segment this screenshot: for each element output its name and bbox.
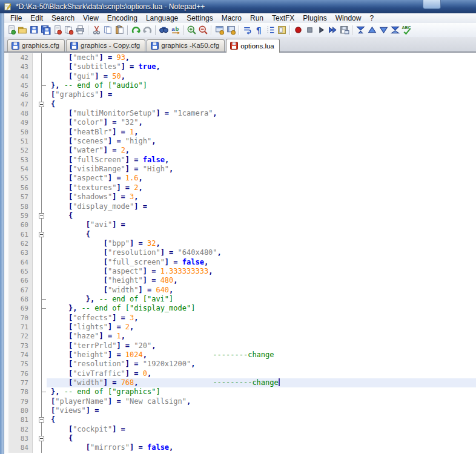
bookmark-margin[interactable]	[4, 267, 8, 276]
bookmark-margin[interactable]	[4, 406, 8, 415]
bookmark-margin[interactable]	[4, 378, 8, 387]
zoom-out-button[interactable]	[197, 24, 209, 36]
bookmark-margin[interactable]	[4, 128, 8, 137]
code-text[interactable]: ["visibRange"] = "High",	[47, 165, 476, 174]
code-text[interactable]: ["terrPrld"] = "20",	[47, 341, 476, 350]
fold-collapse-box[interactable]	[39, 213, 44, 219]
fold-collapse-box[interactable]	[39, 102, 44, 107]
bookmark-margin[interactable]	[4, 118, 8, 127]
bookmark-margin[interactable]	[4, 165, 8, 174]
find-button[interactable]	[158, 24, 170, 36]
code-text[interactable]: }, -- end of ["audio"]	[47, 81, 476, 90]
code-text[interactable]: ["width"] = 768, ---------change	[47, 378, 476, 387]
code-line-74[interactable]: 74 ["height"] = 1024, --------change	[4, 350, 476, 360]
code-line-77[interactable]: 77 ["width"] = 768, ---------change	[4, 378, 476, 387]
menu-item-help[interactable]: ?	[365, 13, 378, 23]
code-line-49[interactable]: 49 ["color"] = "32",	[4, 118, 476, 127]
code-text[interactable]: ["width"] = 640,	[47, 286, 476, 295]
bookmark-margin[interactable]	[4, 258, 8, 267]
bookmark-margin[interactable]	[4, 220, 8, 229]
menu-item-window[interactable]: Window	[331, 13, 366, 23]
code-line-53[interactable]: 53 ["fullScreen"] = false,	[4, 156, 476, 165]
code-text[interactable]: {	[47, 434, 476, 443]
bookmark-margin[interactable]	[4, 156, 8, 165]
code-line-60[interactable]: 60 ["avi"] =	[4, 220, 476, 229]
replace-button[interactable]: ab	[170, 24, 181, 36]
bookmark-margin[interactable]	[4, 239, 8, 248]
code-line-45[interactable]: 45}, -- end of ["audio"]	[4, 81, 476, 90]
code-line-54[interactable]: 54 ["visibRange"] = "High",	[4, 165, 476, 174]
code-text[interactable]: {	[47, 100, 476, 109]
bookmark-margin[interactable]	[4, 62, 8, 71]
code-line-70[interactable]: 70 ["effects"] = 3,	[4, 314, 476, 323]
tab-options.lua[interactable]: options.lua	[226, 39, 280, 53]
code-line-51[interactable]: 51 ["scenes"] = "high",	[4, 137, 476, 146]
bookmark-margin[interactable]	[4, 350, 8, 360]
menu-item-run[interactable]: Run	[246, 13, 268, 23]
sync-vertical-button[interactable]	[214, 24, 225, 36]
code-line-73[interactable]: 73 ["terrPrld"] = "20",	[4, 341, 476, 350]
bookmark-margin[interactable]	[4, 137, 8, 146]
bookmark-margin[interactable]	[4, 90, 8, 99]
code-text[interactable]: ["height"] = 1024, --------change	[47, 350, 476, 360]
menu-item-search[interactable]: Search	[47, 13, 79, 23]
code-line-62[interactable]: 62 ["bpp"] = 32,	[4, 239, 476, 248]
code-line-64[interactable]: 64 ["full_screen"] = false,	[4, 258, 476, 267]
bookmark-margin[interactable]	[4, 100, 8, 109]
code-text[interactable]: ["cockpit"] =	[47, 425, 476, 434]
cut-button[interactable]	[91, 24, 102, 36]
code-text[interactable]: ["haze"] = 1,	[47, 332, 476, 341]
code-line-83[interactable]: 83 {	[4, 434, 476, 443]
textfx-sort-button[interactable]	[355, 24, 366, 36]
tab-graphics.cfg[interactable]: graphics.cfg	[7, 39, 65, 51]
code-line-84[interactable]: 84 ["mirrors"] = false,	[4, 443, 476, 452]
menu-item-macro[interactable]: Macro	[217, 13, 246, 23]
code-line-80[interactable]: 80["views"] =	[4, 406, 476, 415]
fold-collapse-box[interactable]	[39, 436, 44, 441]
bookmark-margin[interactable]	[4, 183, 8, 192]
code-line-82[interactable]: 82 ["cockpit"] =	[4, 425, 476, 434]
code-text[interactable]: {	[47, 415, 476, 424]
save-all-button[interactable]	[40, 24, 51, 36]
bookmark-margin[interactable]	[4, 332, 8, 341]
code-text[interactable]: {	[47, 211, 476, 220]
code-text[interactable]: }, -- end of ["avi"]	[47, 295, 476, 304]
macro-play-button[interactable]	[316, 24, 327, 36]
code-text[interactable]: ["scenes"] = "high",	[47, 137, 476, 146]
redo-button[interactable]	[142, 24, 153, 36]
bookmark-margin[interactable]	[4, 387, 8, 396]
code-line-75[interactable]: 75 ["resolution"] = "1920x1200",	[4, 360, 476, 369]
menu-item-textfx[interactable]: TextFX	[268, 13, 299, 23]
code-text[interactable]: ["aspect"] = 1.6,	[47, 174, 476, 183]
open-file-button[interactable]	[17, 24, 28, 36]
close-all-button[interactable]	[63, 24, 74, 36]
code-text[interactable]: ["effects"] = 3,	[47, 314, 476, 323]
bookmark-margin[interactable]	[4, 443, 8, 452]
new-file-button[interactable]	[5, 24, 17, 36]
code-text[interactable]: ["graphics"] =	[47, 90, 476, 99]
bookmark-margin[interactable]	[4, 369, 8, 378]
code-text[interactable]: ["heatBlr"] = 1,	[47, 128, 476, 137]
code-text[interactable]: ["mirrors"] = false,	[47, 443, 476, 452]
paste-button[interactable]	[114, 24, 125, 36]
code-text[interactable]: ["shadows"] = 3,	[47, 192, 476, 202]
menu-item-plugins[interactable]: Plugins	[299, 13, 331, 23]
code-line-52[interactable]: 52 ["water"] = 2,	[4, 146, 476, 155]
caption-button-fragment[interactable]	[423, 0, 441, 9]
bookmark-margin[interactable]	[4, 397, 8, 406]
code-line-50[interactable]: 50 ["heatBlr"] = 1,	[4, 128, 476, 137]
code-text[interactable]: ["lights"] = 2,	[47, 323, 476, 332]
code-text[interactable]: ["subtitles"] = true,	[47, 62, 476, 71]
bookmark-margin[interactable]	[4, 434, 8, 443]
textfx-sort2-button[interactable]	[389, 24, 401, 36]
code-line-61[interactable]: 61 {	[4, 230, 476, 239]
code-text[interactable]: ["bpp"] = 32,	[47, 239, 476, 248]
code-line-59[interactable]: 59 {	[4, 211, 476, 220]
undo-button[interactable]	[130, 24, 142, 36]
code-line-65[interactable]: 65 ["aspect"] = 1.333333333,	[4, 267, 476, 276]
bookmark-margin[interactable]	[4, 174, 8, 183]
code-line-79[interactable]: 79["playerName"] = "New callsign",	[4, 397, 476, 406]
bookmark-margin[interactable]	[4, 146, 8, 155]
bookmark-margin[interactable]	[4, 211, 8, 220]
code-line-66[interactable]: 66 ["height"] = 480,	[4, 276, 476, 285]
